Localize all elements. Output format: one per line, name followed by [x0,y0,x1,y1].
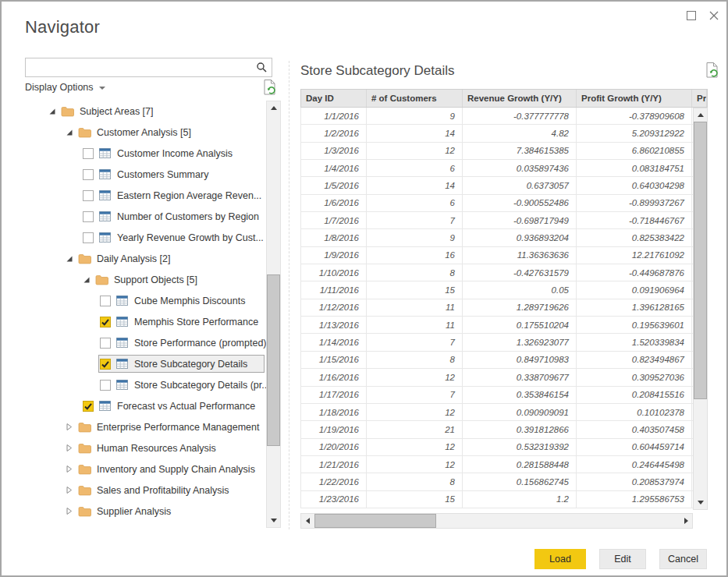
preview-refresh-button[interactable] [706,62,719,81]
table-vertical-scrollbar[interactable] [693,108,708,510]
tree-item-customer-income-analysis[interactable]: Customer Income Analysis [25,143,265,164]
search-input[interactable] [26,58,272,76]
table-cell: 1.326923077 [463,334,577,350]
table-cell: -0.378909608 [577,108,692,124]
chevron-collapsed-icon[interactable] [66,444,73,452]
table-cell: 1/13/2016 [301,317,367,333]
tree-item-store-performance-prompted[interactable]: Store Performance (prompted) [25,332,265,353]
chevron-expanded-icon[interactable] [83,276,91,284]
table-row: 1/22/201680.1568627450.208537974 [301,473,708,490]
scroll-down-button[interactable] [267,514,280,527]
table-cell: 12 [367,439,463,455]
scrollbar-thumb[interactable] [314,514,436,528]
tree-item-label: Store Subcategory Details (pr... [134,380,270,391]
tree-item-eastern-region-average-reven[interactable]: Eastern Region Average Reven... [25,185,265,206]
tree-item-memphis-store-performance[interactable]: Memphis Store Performance [25,311,265,332]
search-icon[interactable] [256,62,268,76]
scrollbar-thumb[interactable] [267,274,280,446]
column-header-profit-growth-y-y: Profit Growth (Y/Y) [577,90,692,107]
table-cell: 1/5/2016 [301,177,367,193]
scroll-right-button[interactable] [680,514,692,528]
tree-folder-supplier-analysis[interactable]: Supplier Analysis [25,501,265,522]
chevron-collapsed-icon[interactable] [66,423,73,431]
table-row: 1/4/201660.0358974360.083184751 [301,160,708,177]
table-row: 1/19/2016210.3918128660.403507458 [301,421,708,438]
folder-icon [78,485,91,496]
table-icon [99,169,111,179]
tree-item-cube-memphis-discounts[interactable]: Cube Memphis Discounts [25,290,265,311]
chevron-expanded-icon[interactable] [66,255,73,263]
table-row: 1/14/201671.3269230771.520339834 [301,334,708,351]
table-cell: 0.849710983 [463,352,577,368]
tree-folder-sales-and-profitability-analysis[interactable]: Sales and Profitability Analysis [25,480,265,501]
tree-folder-inventory-and-supply-chain-analysis[interactable]: Inventory and Supply Chain Analysis [25,458,265,480]
chevron-expanded-icon[interactable] [66,129,73,136]
scroll-up-button[interactable] [694,108,707,122]
scroll-down-button[interactable] [694,496,707,509]
table-cell: 1/14/2016 [301,334,367,350]
tree-folder-daily-analysis-2[interactable]: Daily Analysis [2] [25,248,265,269]
table-cell: 1/23/2016 [301,491,367,508]
checkbox[interactable] [83,232,94,243]
checkbox[interactable] [100,296,111,306]
tree-folder-label: Inventory and Supply Chain Analysis [97,464,255,475]
tree-rows: Subject Areas [7]Customer Analysis [5]Cu… [25,101,265,522]
table-icon [116,359,128,369]
display-options-dropdown[interactable]: Display Options [25,82,105,93]
load-button[interactable]: Load [534,549,586,569]
table-horizontal-scrollbar[interactable] [300,513,693,529]
table-cell: 15 [367,491,463,508]
table-row: 1/12/2016111.2897196261.396128165 [301,299,708,317]
cancel-button[interactable]: Cancel [659,549,707,569]
edit-button[interactable]: Edit [599,549,646,569]
table-row: 1/21/2016120.2815884480.246445498 [301,456,708,473]
table-cell: 1.295586753 [577,491,692,508]
tree-item-forecast-vs-actual-performance[interactable]: Forecast vs Actual Performance [25,395,265,416]
close-button[interactable] [706,8,722,23]
checkbox[interactable] [83,401,94,412]
chevron-collapsed-icon[interactable] [66,486,73,494]
table-row: 1/13/2016110.1755102040.195639601 [301,317,708,334]
tree-row-box: Sales and Profitability Analysis [64,481,265,499]
folder-icon [78,422,91,433]
tree-folder-customer-analysis-5[interactable]: Customer Analysis [5] [25,122,265,143]
table-cell: 1/19/2016 [301,421,367,437]
tree-row-box: Store Performance (prompted) [98,334,268,352]
checkbox[interactable] [83,148,94,159]
scroll-left-button[interactable] [301,514,314,528]
tree-item-store-subcategory-details-pr[interactable]: Store Subcategory Details (pr... [25,374,265,395]
checkbox[interactable] [100,338,111,349]
chevron-collapsed-icon[interactable] [66,507,73,515]
table-cell: 1/15/2016 [301,352,367,368]
tree-scrollbar[interactable] [266,101,281,528]
tree-folder-enterprise-performance-management[interactable]: Enterprise Performance Management [25,416,265,437]
checkbox[interactable] [83,190,94,201]
tree-folder-subject-areas-7[interactable]: Subject Areas [7] [25,101,265,122]
tree-item-customers-summary[interactable]: Customers Summary [25,164,265,185]
maximize-button[interactable] [684,8,699,23]
tree-row-box: Supplier Analysis [64,502,265,520]
checkbox[interactable] [83,169,94,180]
tree-folder-support-objects-5[interactable]: Support Objects [5] [25,269,265,290]
chevron-collapsed-icon[interactable] [66,465,73,473]
tree-item-store-subcategory-details[interactable]: Store Subcategory Details [25,353,265,374]
scrollbar-thumb[interactable] [694,122,707,399]
tree-folder-human-resources-analysis[interactable]: Human Resources Analysis [25,437,265,458]
tree-folder-label: Enterprise Performance Management [97,422,259,433]
checkbox[interactable] [100,359,111,370]
checkbox[interactable] [100,317,111,327]
checkbox[interactable] [100,380,111,391]
table-cell: 1/1/2016 [301,108,367,124]
tree-refresh-button[interactable] [264,80,277,98]
tree-folder-label: Sales and Profitability Analysis [97,485,229,496]
table-cell: 6.860210855 [577,143,692,159]
scroll-up-button[interactable] [267,101,280,115]
table-cell: 11 [367,317,463,333]
tree-item-number-of-customers-by-region[interactable]: Number of Customers by Region [25,206,265,227]
checkbox[interactable] [83,211,94,222]
table-cell: 0.338709677 [463,369,577,385]
tree-item-yearly-revenue-growth-by-cust[interactable]: Yearly Revenue Growth by Cust... [25,227,265,248]
chevron-expanded-icon[interactable] [48,108,56,115]
table-cell: 0.156862745 [463,473,577,490]
table-row: 1/1/20169-0.377777778-0.378909608 [301,108,708,125]
